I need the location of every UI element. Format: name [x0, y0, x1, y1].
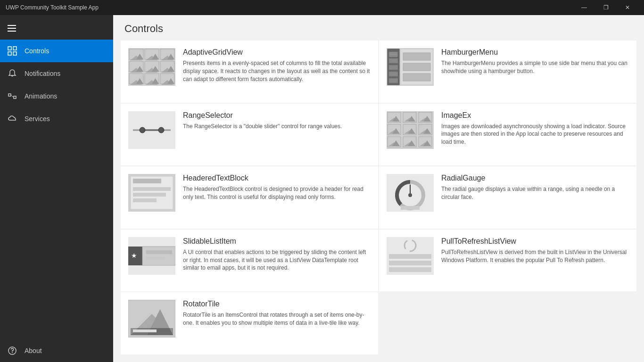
- control-desc: Presents items in a evenly-spaced set of…: [183, 59, 371, 83]
- svg-point-52: [158, 127, 164, 133]
- close-button[interactable]: ✕: [617, 0, 638, 15]
- control-desc: PullToRefreshListView is derived from th…: [441, 248, 629, 264]
- svg-rect-37: [389, 58, 398, 63]
- hamburger-button[interactable]: [0, 17, 113, 40]
- svg-rect-39: [389, 72, 398, 76]
- control-name: RangeSelector: [183, 111, 371, 120]
- svg-point-51: [140, 127, 145, 133]
- control-card-headeredtextblock[interactable]: HeaderedTextBlockThe HeaderedTextBlock c…: [121, 166, 378, 229]
- control-name: RotatorTile: [183, 300, 371, 308]
- hamburger-icon: [8, 25, 16, 32]
- grid-icon: [8, 46, 17, 56]
- svg-rect-5: [14, 96, 16, 99]
- control-desc: Images are downloaded asynchronously sho…: [441, 123, 629, 146]
- sidebar-item-notifications[interactable]: Notifications: [0, 62, 113, 85]
- control-card-pulltorefreshlistview[interactable]: PullToRefreshListViewPullToRefreshListVi…: [379, 230, 636, 292]
- sidebar-item-about[interactable]: About: [0, 339, 113, 362]
- thumbnail-hamburger-menu: [387, 48, 434, 86]
- svg-rect-94: [146, 250, 172, 254]
- svg-rect-43: [403, 63, 430, 71]
- titlebar: UWP Community Toolkit Sample App — ❐ ✕: [0, 0, 644, 15]
- control-desc: The RangeSelector is a "double slider" c…: [183, 123, 371, 131]
- control-card-adaptivegridview[interactable]: AdaptiveGridViewPresents items in a even…: [121, 41, 378, 103]
- thumbnail-rotator-tile: [128, 300, 175, 337]
- svg-rect-93: [142, 247, 175, 265]
- svg-rect-95: [146, 257, 165, 260]
- svg-rect-1: [13, 47, 17, 50]
- app-layout: Controls Notifications Animations: [0, 15, 644, 362]
- control-name: RadialGauge: [441, 174, 629, 182]
- animation-icon: [8, 91, 17, 101]
- sidebar: Controls Notifications Animations: [0, 15, 113, 362]
- sidebar-item-services-label: Services: [25, 115, 50, 123]
- svg-rect-42: [403, 53, 430, 60]
- control-desc: The HeaderedTextBlock control is designe…: [183, 185, 371, 201]
- svg-rect-105: [133, 329, 157, 332]
- control-info: HeaderedTextBlockThe HeaderedTextBlock c…: [183, 174, 371, 201]
- svg-rect-83: [133, 193, 166, 197]
- control-card-slidablelistitem[interactable]: ★SlidableListItemA UI control that enabl…: [121, 230, 378, 292]
- thumbnail-pull-refresh: [387, 237, 434, 275]
- minimize-button[interactable]: —: [573, 0, 595, 15]
- thumbnail-adaptive-grid: [128, 48, 175, 86]
- control-info: AdaptiveGridViewPresents items in a even…: [183, 48, 371, 83]
- svg-rect-44: [403, 74, 430, 81]
- sidebar-item-about-label: About: [25, 347, 42, 354]
- control-desc: The HamburgerMenu provides a simple to u…: [441, 59, 629, 75]
- control-name: AdaptiveGridView: [183, 48, 371, 57]
- control-name: HeaderedTextBlock: [183, 174, 371, 182]
- thumbnail-headered-text: [128, 174, 175, 212]
- svg-rect-84: [133, 198, 157, 202]
- thumbnail-radial-gauge: [387, 174, 434, 212]
- svg-rect-100: [389, 267, 431, 272]
- svg-rect-2: [8, 52, 11, 55]
- svg-rect-4: [8, 94, 11, 96]
- window-controls: — ❐ ✕: [573, 0, 638, 15]
- control-info: PullToRefreshListViewPullToRefreshListVi…: [441, 237, 629, 264]
- bell-icon: [8, 69, 17, 78]
- control-name: PullToRefreshListView: [441, 237, 629, 246]
- main-content: Controls AdaptiveGridViewPresents items …: [113, 15, 644, 362]
- control-name: HamburgerMenu: [441, 48, 629, 57]
- svg-rect-98: [389, 254, 431, 259]
- control-card-imageex[interactable]: ImageExImages are downloaded asynchronou…: [379, 104, 636, 166]
- control-desc: RotatorTile is an ItemsControl that rota…: [183, 311, 371, 327]
- control-card-rangeselector[interactable]: RangeSelectorThe RangeSelector is a "dou…: [121, 104, 378, 166]
- question-icon: [8, 346, 17, 355]
- svg-rect-0: [8, 47, 11, 50]
- control-card-radialgauge[interactable]: RadialGaugeThe radial gauge displays a v…: [379, 166, 636, 229]
- app-title: UWP Community Toolkit Sample App: [6, 4, 99, 11]
- sidebar-item-animations[interactable]: Animations: [0, 85, 113, 107]
- sidebar-item-animations-label: Animations: [25, 92, 57, 100]
- svg-rect-81: [133, 179, 161, 183]
- svg-rect-38: [389, 65, 398, 70]
- svg-rect-99: [389, 261, 431, 265]
- svg-rect-89: [401, 206, 420, 210]
- sidebar-item-notifications-label: Notifications: [25, 70, 60, 77]
- control-info: ImageExImages are downloaded asynchronou…: [441, 111, 629, 146]
- control-info: HamburgerMenuThe HamburgerMenu provides …: [441, 48, 629, 75]
- cloud-icon: [8, 114, 17, 123]
- control-desc: The radial gauge displays a value within…: [441, 185, 629, 201]
- control-info: RadialGaugeThe radial gauge displays a v…: [441, 174, 629, 201]
- thumbnail-range-selector: [128, 111, 175, 149]
- control-info: SlidableListItemA UI control that enable…: [183, 237, 371, 272]
- svg-rect-3: [13, 52, 17, 55]
- control-info: RotatorTileRotatorTile is an ItemsContro…: [183, 300, 371, 327]
- thumbnail-slidable-list: ★: [128, 237, 175, 275]
- sidebar-item-controls-label: Controls: [25, 47, 49, 55]
- thumbnail-image-ex: [387, 111, 434, 149]
- svg-rect-82: [133, 187, 171, 191]
- page-title: Controls: [113, 15, 644, 41]
- control-card-rotatortile[interactable]: RotatorTileRotatorTile is an ItemsContro…: [121, 292, 378, 354]
- control-desc: A UI control that enables actions to be …: [183, 248, 371, 272]
- controls-grid: AdaptiveGridViewPresents items in a even…: [113, 41, 644, 362]
- control-info: RangeSelectorThe RangeSelector is a "dou…: [183, 111, 371, 131]
- control-card-hamburgermenu[interactable]: HamburgerMenuThe HamburgerMenu provides …: [379, 41, 636, 103]
- sidebar-item-services[interactable]: Services: [0, 107, 113, 130]
- svg-rect-40: [389, 78, 398, 83]
- sidebar-item-controls[interactable]: Controls: [0, 40, 113, 62]
- maximize-button[interactable]: ❐: [595, 0, 617, 15]
- control-name: SlidableListItem: [183, 237, 371, 246]
- control-name: ImageEx: [441, 111, 629, 120]
